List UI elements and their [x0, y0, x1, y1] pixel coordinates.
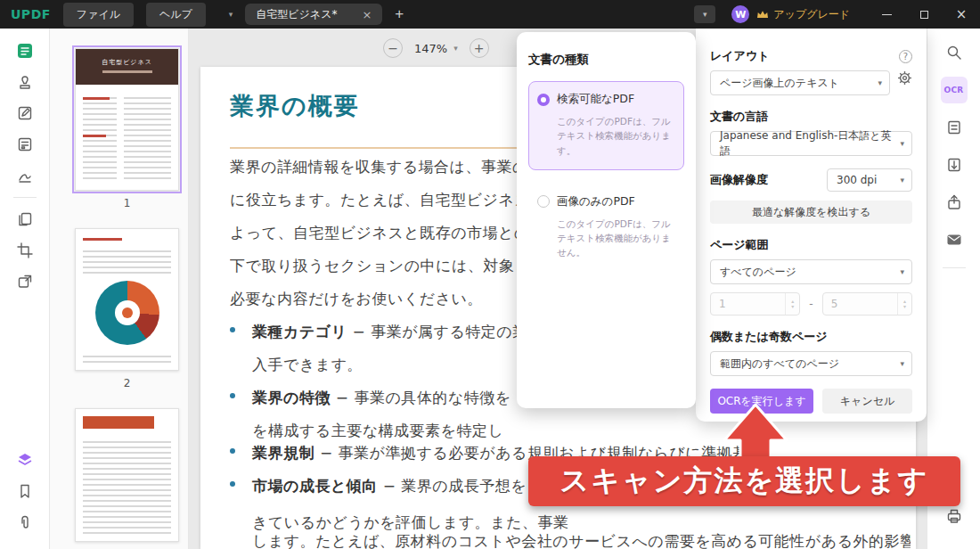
- document-tab[interactable]: 自宅型ビジネス* ×: [245, 4, 382, 25]
- language-select[interactable]: Japanese and English-日本語と英語 ▾: [710, 131, 912, 156]
- avatar[interactable]: W: [731, 5, 749, 23]
- print-icon[interactable]: [939, 503, 969, 529]
- stamp-icon[interactable]: [10, 69, 40, 95]
- language-value: Japanese and English-日本語と英語: [720, 128, 894, 159]
- gear-icon[interactable]: [897, 70, 912, 89]
- range-to-value: 5: [831, 298, 838, 310]
- new-tab-button[interactable]: +: [395, 5, 404, 23]
- option-image-only-pdf[interactable]: 画像のみのPDF このタイプのPDFは、フルテキスト検索機能がありません。: [528, 184, 684, 273]
- chevron-down-icon: ▾: [900, 267, 904, 276]
- thumbnail-heading-bar: [83, 238, 122, 241]
- app-logo: UPDF: [11, 7, 51, 21]
- minimize-button[interactable]: [868, 0, 905, 29]
- sign-icon[interactable]: [10, 162, 40, 189]
- ocr-document-type-dialog: 文書の種類 検索可能なPDF このタイプのPDFは、フルテキスト検索機能がありま…: [517, 32, 696, 408]
- toolbar-divider: [943, 267, 966, 268]
- range-from-value: 1: [719, 298, 726, 310]
- ocr-settings-panel: レイアウト ? ページ画像上のテキスト ▾ 文書の言語 Japanese and…: [696, 29, 927, 422]
- resolution-value: 300 dpi: [837, 174, 877, 186]
- thumbnail-text-column: [83, 94, 117, 183]
- upgrade-button[interactable]: アップグレード: [756, 7, 850, 22]
- crop-icon[interactable]: [10, 237, 40, 264]
- layout-label: レイアウト: [710, 48, 770, 64]
- thumbnail-heading-bar: [83, 135, 106, 137]
- bookmark-icon[interactable]: [10, 478, 40, 504]
- option-description: このタイプのPDFは、フルテキスト検索機能がありません。: [537, 217, 675, 260]
- tab-close-icon[interactable]: ×: [362, 8, 372, 21]
- radio-unselected-icon[interactable]: [537, 195, 550, 208]
- close-button[interactable]: ×: [943, 0, 980, 29]
- extract-icon[interactable]: [10, 268, 40, 295]
- stepper-icons[interactable]: ▴▾: [897, 293, 911, 315]
- page-range-select[interactable]: すべてのページ ▾: [710, 259, 912, 284]
- document-text-line: します。たとえば、原材料のコストや会社のサービスへの需要を高める可能性がある外的…: [252, 531, 911, 549]
- help-icon[interactable]: ?: [899, 50, 912, 63]
- resolution-select[interactable]: 300 dpi ▾: [827, 168, 912, 192]
- attachment-icon[interactable]: [10, 509, 40, 536]
- file-menu-button[interactable]: ファイル: [63, 3, 134, 27]
- thumbnail-page-1[interactable]: 自宅型ビジネス: [75, 48, 179, 191]
- maximize-button[interactable]: [905, 0, 943, 29]
- thumbnail-cover-subtitle-bar: [102, 70, 152, 73]
- share-icon[interactable]: [939, 189, 969, 216]
- layers-icon[interactable]: [10, 447, 40, 473]
- parity-label: 偶数または奇数ページ: [710, 329, 828, 345]
- ocr-icon[interactable]: OCR: [941, 77, 968, 103]
- option-description: このタイプのPDFは、フルテキスト検索機能があります。: [537, 114, 675, 158]
- updf-window: UPDF ファイル ヘルプ ▾ 自宅型ビジネス* × + ▾ W アップグレード…: [0, 0, 980, 549]
- mail-icon[interactable]: [939, 226, 969, 253]
- stepper-icons[interactable]: ▴▾: [785, 293, 799, 315]
- zoom-out-button[interactable]: −: [383, 38, 403, 58]
- thumbnail-page-3[interactable]: [75, 408, 179, 542]
- chevron-down-icon: ▾: [900, 359, 904, 368]
- range-from-input[interactable]: 1 ▴▾: [710, 292, 800, 315]
- thumbnail-heading-bar: [83, 97, 110, 100]
- zoom-in-button[interactable]: +: [470, 38, 489, 58]
- tab-title: 自宅型ビジネス*: [256, 7, 337, 22]
- bullet-dot: [230, 448, 235, 454]
- thumbnail-text-column: [124, 94, 171, 183]
- annotation-banner: スキャン方法を選択します: [528, 456, 960, 506]
- zoom-level-value: 147%: [414, 42, 447, 55]
- resolution-label: 画像解像度: [710, 172, 768, 188]
- chevron-down-icon: ▾: [878, 78, 882, 87]
- cancel-button[interactable]: キャンセル: [822, 389, 912, 414]
- chevron-down-icon: ▾: [900, 176, 904, 184]
- help-menu-button[interactable]: ヘルプ: [146, 3, 206, 27]
- edit-note-icon[interactable]: [10, 100, 40, 127]
- tab-list-chevron-icon[interactable]: ▾: [229, 10, 233, 19]
- parity-select[interactable]: 範囲内のすべてのページ ▾: [710, 351, 912, 376]
- organize-pages-icon[interactable]: [10, 206, 40, 233]
- layout-select[interactable]: ページ画像上のテキスト ▾: [710, 70, 890, 95]
- right-toolbar-bottom: [939, 503, 969, 549]
- titlebar: UPDF ファイル ヘルプ ▾ 自宅型ビジネス* × + ▾ W アップグレード…: [0, 0, 980, 29]
- document-type-heading: 文書の種類: [528, 52, 684, 68]
- document-text-line: きているかどうかを評価します。また、事業: [252, 512, 911, 533]
- bullet-dot: [230, 327, 235, 332]
- detect-resolution-button[interactable]: 最適な解像度を検出する: [710, 201, 912, 224]
- toolbar-divider: [13, 197, 37, 198]
- convert-icon[interactable]: [939, 114, 969, 141]
- bullet-dot: [230, 481, 235, 487]
- parity-value: 範囲内のすべてのページ: [720, 356, 839, 372]
- document-heading: 業界の概要: [230, 90, 360, 122]
- comment-panel-icon[interactable]: [10, 37, 40, 64]
- compress-icon[interactable]: [939, 152, 969, 178]
- zoom-level-select[interactable]: 147% ▾: [414, 42, 458, 55]
- search-icon[interactable]: [939, 39, 969, 66]
- option-label: 画像のみのPDF: [557, 194, 635, 209]
- app-logo-text: UPDF: [11, 7, 51, 21]
- thumbnail-cover-title: 自宅型ビジネス: [76, 49, 178, 85]
- thumbnail-page-2[interactable]: [75, 228, 179, 371]
- left-toolbar-bottom: [10, 447, 40, 549]
- option-searchable-pdf[interactable]: 検索可能なPDF このタイプのPDFは、フルテキスト検索機能があります。: [528, 81, 684, 170]
- form-icon[interactable]: [10, 131, 40, 158]
- radio-selected-icon[interactable]: [537, 94, 550, 106]
- range-to-input[interactable]: 5 ▴▾: [822, 292, 912, 315]
- left-toolbar: [0, 29, 50, 549]
- chevron-down-icon: ▾: [453, 44, 458, 53]
- page-range-label: ページ範囲: [710, 237, 769, 253]
- titlebar-dropdown-button[interactable]: ▾: [694, 5, 715, 23]
- thumbnail-heading-band: [83, 416, 154, 429]
- minimize-icon: [882, 14, 892, 15]
